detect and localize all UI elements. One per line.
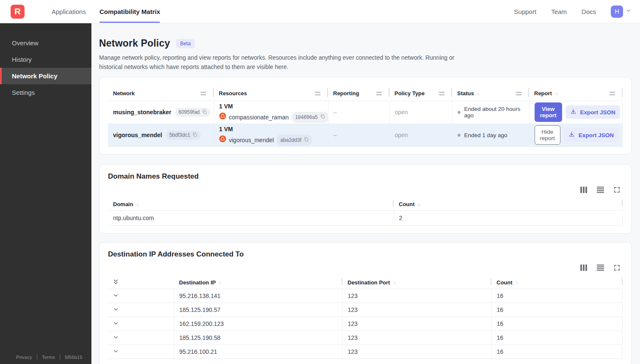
- columns-view-icon[interactable]: [580, 265, 587, 271]
- destination-ip-value: 185.125.190.58: [174, 331, 342, 345]
- main-content: Network Policy Beta Manage network polic…: [91, 23, 640, 364]
- top-nav-tabs: Applications Compatibility Matrix: [45, 0, 167, 23]
- row-expand-chevron-icon[interactable]: [113, 348, 119, 354]
- privacy-link[interactable]: Privacy: [16, 355, 32, 360]
- column-resize-handle-icon[interactable]: [439, 92, 444, 95]
- fullscreen-icon[interactable]: [614, 187, 620, 193]
- sort-icon[interactable]: ↑↓: [554, 91, 557, 96]
- table-row: vigorous_mendel 5bdf3dc1: [108, 124, 623, 146]
- network-id: 5bdf3dc1: [169, 132, 190, 138]
- row-expand-chevron-icon[interactable]: [113, 292, 119, 298]
- status-text: Ended about 20 hours ago: [464, 106, 525, 119]
- col-label: Status: [457, 90, 474, 97]
- build-version: 5f56b15: [65, 355, 83, 360]
- reporting-value: –: [328, 124, 389, 146]
- col-header-destination-ip[interactable]: Destination IP ↑↓: [174, 276, 342, 289]
- avatar[interactable]: H: [611, 6, 623, 18]
- sidebar-item-settings[interactable]: Settings: [0, 84, 91, 101]
- divider: [60, 355, 60, 360]
- expand-all-double-chevron-icon[interactable]: [113, 279, 119, 285]
- sidebar-item-overview[interactable]: Overview: [0, 35, 91, 51]
- col-label: Reporting: [333, 90, 359, 97]
- tab-applications[interactable]: Applications: [45, 0, 93, 23]
- copy-icon[interactable]: [192, 132, 197, 138]
- table-row: 95.216.100.21 123 16: [108, 345, 623, 358]
- col-header-count[interactable]: Count ↑↓: [394, 198, 623, 211]
- col-header-reporting: Reporting: [328, 86, 389, 101]
- columns-view-icon[interactable]: [580, 187, 587, 193]
- col-label: Count: [399, 201, 415, 207]
- sort-icon[interactable]: ↑↓: [515, 280, 518, 285]
- table-row: musing_stonebraker 60959fad: [108, 101, 623, 124]
- domain-names-card: Domain Names Requested: [99, 164, 632, 234]
- table-row: 185.125.190.58 123 16: [108, 331, 623, 345]
- export-json-button[interactable]: Export JSON: [564, 128, 618, 142]
- sort-icon[interactable]: ↑↓: [417, 202, 420, 207]
- destination-port-value: 123: [342, 303, 491, 317]
- view-report-button[interactable]: View report: [535, 102, 562, 122]
- ubuntu-icon: [219, 113, 226, 121]
- destination-port-value: 123: [342, 317, 491, 331]
- column-resize-handle-icon[interactable]: [315, 92, 320, 95]
- copy-icon[interactable]: [303, 136, 309, 144]
- destinations-table: Destination IP ↑↓ Destination Port ↑↓ Co…: [108, 276, 623, 359]
- destination-ip-value: 95.216.100.21: [174, 345, 342, 358]
- hide-report-button[interactable]: Hide report: [535, 125, 560, 145]
- rows-view-icon[interactable]: [597, 187, 604, 193]
- copy-icon[interactable]: [320, 113, 325, 121]
- sort-icon[interactable]: ↑↓: [477, 91, 480, 96]
- table-row: 185.125.190.57 123 16: [108, 303, 623, 317]
- network-id: 60959fad: [179, 109, 200, 115]
- sort-icon[interactable]: ↑↓: [136, 202, 139, 207]
- networks-table: Network Resources Reporting: [108, 86, 623, 147]
- rows-view-icon[interactable]: [597, 265, 604, 271]
- col-label: Count: [497, 279, 513, 286]
- sidebar-item-history[interactable]: History: [0, 51, 91, 68]
- column-resize-handle-icon[interactable]: [516, 92, 521, 95]
- chevron-down-icon: [626, 8, 632, 15]
- col-header-destination-port[interactable]: Destination Port ↑↓: [342, 276, 491, 289]
- app-logo[interactable]: R: [11, 5, 25, 19]
- col-header-count[interactable]: Count ↑↓: [491, 276, 623, 289]
- resource-id-badge: aba2dd3f: [277, 135, 312, 146]
- sidebar-item-network-policy[interactable]: Network Policy: [0, 68, 91, 84]
- column-resize-handle-icon[interactable]: [610, 92, 615, 95]
- column-resize-handle-icon[interactable]: [201, 92, 206, 95]
- copy-icon[interactable]: [202, 109, 207, 116]
- sort-icon[interactable]: ↑↓: [218, 280, 221, 285]
- vm-count: 1 VM: [219, 124, 324, 133]
- resource-id: 184696a5: [295, 113, 317, 121]
- network-id-badge: 60959fad: [175, 108, 210, 117]
- network-name: musing_stonebraker: [113, 109, 171, 116]
- col-header-domain[interactable]: Domain ↑↓: [108, 198, 394, 211]
- terms-link[interactable]: Terms: [42, 355, 55, 360]
- sidebar-footer: Privacy Terms 5f56b15: [16, 355, 83, 360]
- link-team[interactable]: Team: [551, 8, 567, 15]
- row-expand-chevron-icon[interactable]: [113, 334, 119, 340]
- sidebar: Overview History Network Policy Settings…: [0, 23, 91, 364]
- link-support[interactable]: Support: [514, 8, 537, 15]
- link-docs[interactable]: Docs: [582, 8, 596, 15]
- resource-id-badge: 184696a5: [292, 112, 328, 123]
- tab-compatibility-matrix[interactable]: Compatibility Matrix: [93, 0, 167, 23]
- domain-value: ntp.ubuntu.com: [108, 211, 394, 226]
- page-description: Manage network policy, reporting and vie…: [99, 53, 472, 72]
- policy-type-value: open: [389, 124, 452, 146]
- col-label: Destination Port: [348, 279, 390, 286]
- count-value: 16: [491, 303, 623, 317]
- row-expand-chevron-icon[interactable]: [113, 306, 119, 312]
- destination-port-value: 123: [342, 331, 491, 345]
- network-name: vigorous_mendel: [113, 132, 162, 138]
- col-header-report[interactable]: Report ↑↓: [529, 86, 623, 101]
- export-json-button[interactable]: Export JSON: [566, 105, 620, 119]
- sort-icon[interactable]: ↑↓: [392, 280, 395, 285]
- download-icon: [570, 108, 577, 116]
- row-expand-chevron-icon[interactable]: [113, 320, 119, 326]
- column-resize-handle-icon[interactable]: [376, 92, 382, 95]
- page-title: Network Policy: [99, 38, 170, 49]
- resource-name: vigorous_mendel: [229, 136, 274, 144]
- table-row: 162.159.200.123 123 16: [108, 317, 623, 331]
- user-menu[interactable]: H: [611, 6, 632, 18]
- col-header-status[interactable]: Status ↑↓: [452, 86, 529, 101]
- fullscreen-icon[interactable]: [614, 265, 620, 271]
